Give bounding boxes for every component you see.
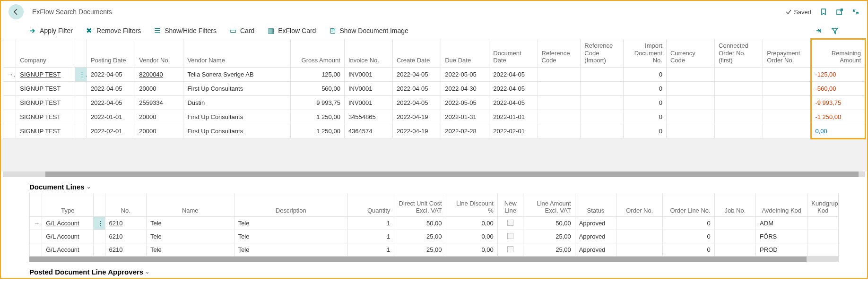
cell-vendorname[interactable]: First Up Consultants: [183, 82, 291, 96]
cell-create[interactable]: 2022-04-05: [393, 68, 441, 82]
cell-orderno[interactable]: [616, 217, 663, 230]
cell-due[interactable]: 2022-02-28: [441, 124, 489, 138]
h-scrollbar[interactable]: [3, 171, 865, 177]
cell-vendorno[interactable]: 8200040: [135, 68, 183, 82]
cell-connorder[interactable]: [715, 110, 763, 124]
col-currency[interactable]: Currency Code: [666, 39, 714, 68]
cell-vendorname[interactable]: First Up Consultants: [183, 124, 291, 138]
col-remaining[interactable]: Remaining Amount: [811, 39, 865, 68]
cell-company[interactable]: SIGNUP TEST: [16, 124, 75, 138]
cell-prepay[interactable]: [763, 96, 811, 110]
lcol-qty[interactable]: Quantity: [348, 193, 394, 217]
cell-impdoc[interactable]: 0: [624, 124, 667, 138]
cell-prepay[interactable]: [763, 124, 811, 138]
cell-refcodeimp[interactable]: [581, 82, 624, 96]
cell-refcode[interactable]: [538, 96, 581, 110]
cell-gross[interactable]: 9 993,75: [291, 96, 345, 110]
cell-remaining[interactable]: -1 250,00: [811, 110, 865, 124]
cell-posting[interactable]: 2022-04-05: [87, 68, 135, 82]
cell-jobno[interactable]: [714, 243, 755, 257]
cell-impdoc[interactable]: 0: [624, 68, 667, 82]
col-vendorno[interactable]: Vendor No.: [135, 39, 183, 68]
cell-company[interactable]: SIGNUP TEST: [16, 110, 75, 124]
col-prepay[interactable]: Prepayment Order No.: [763, 39, 811, 68]
card-button[interactable]: ▭Card: [230, 26, 254, 35]
cell-gross[interactable]: 1 250,00: [291, 110, 345, 124]
cell-remaining[interactable]: -9 993,75: [811, 96, 865, 110]
cell-type[interactable]: G/L Account: [42, 243, 94, 257]
cell-connorder[interactable]: [715, 124, 763, 138]
cell-name[interactable]: Tele: [146, 217, 234, 230]
cell-docdate[interactable]: 2022-04-05: [489, 96, 538, 110]
cell-vendorname[interactable]: Dustin: [183, 96, 291, 110]
popout-icon[interactable]: [836, 8, 843, 16]
table-row[interactable]: →SIGNUP TEST⋮2022-04-058200040Telia Sone…: [3, 68, 865, 82]
cell-kund[interactable]: [807, 217, 839, 230]
cell-refcode[interactable]: [538, 124, 581, 138]
lcol-avd[interactable]: Avdelning Kod: [756, 193, 807, 217]
apply-filter-button[interactable]: ➔Apply Filter: [29, 26, 73, 35]
cell-docdate[interactable]: 2022-04-05: [489, 68, 538, 82]
col-create[interactable]: Create Date: [393, 39, 441, 68]
table-row[interactable]: SIGNUP TEST2022-04-0520000First Up Consu…: [3, 82, 865, 96]
col-posting[interactable]: Posting Date: [87, 39, 135, 68]
cell-impdoc[interactable]: 0: [624, 110, 667, 124]
cell-currency[interactable]: [666, 82, 714, 96]
cell-newline[interactable]: [497, 230, 523, 243]
cell-orderno[interactable]: [616, 230, 663, 243]
cell-due[interactable]: 2022-01-31: [441, 110, 489, 124]
exflow-card-button[interactable]: ▥ExFlow Card: [268, 26, 316, 35]
cell-company[interactable]: SIGNUP TEST: [16, 68, 75, 82]
cell-refcodeimp[interactable]: [581, 124, 624, 138]
scrollbar-thumb[interactable]: [45, 171, 859, 177]
lcol-newline[interactable]: New Line: [497, 193, 523, 217]
cell-status[interactable]: Approved: [575, 243, 616, 257]
cell-disc[interactable]: 0,00: [446, 217, 497, 230]
document-grid[interactable]: Company Posting Date Vendor No. Vendor N…: [3, 39, 865, 138]
cell-currency[interactable]: [666, 124, 714, 138]
col-invoice[interactable]: Invoice No.: [344, 39, 392, 68]
cell-lineamt[interactable]: 25,00: [523, 243, 575, 257]
cell-vendorno[interactable]: 20000: [135, 124, 183, 138]
cell-status[interactable]: Approved: [575, 230, 616, 243]
lcol-orderlineno[interactable]: Order Line No.: [663, 193, 714, 217]
cell-due[interactable]: 2022-05-05: [441, 96, 489, 110]
col-connorder[interactable]: Connected Order No. (first): [715, 39, 763, 68]
lines-scrollbar[interactable]: [29, 257, 839, 262]
cell-vendorname[interactable]: First Up Consultants: [183, 110, 291, 124]
checkbox-icon[interactable]: [507, 246, 513, 252]
cell-refcodeimp[interactable]: [581, 68, 624, 82]
cell-avd[interactable]: FÖRS: [756, 230, 807, 243]
row-menu-button[interactable]: ⋮: [94, 217, 105, 230]
cell-gross[interactable]: 560,00: [291, 82, 345, 96]
cell-prepay[interactable]: [763, 110, 811, 124]
cell-orderlineno[interactable]: 0: [663, 230, 714, 243]
cell-create[interactable]: 2022-04-05: [393, 96, 441, 110]
cell-create[interactable]: 2022-04-19: [393, 124, 441, 138]
cell-jobno[interactable]: [714, 230, 755, 243]
cell-invoice[interactable]: INV0001: [344, 82, 392, 96]
col-gross[interactable]: Gross Amount: [291, 39, 345, 68]
row-menu-button[interactable]: [75, 82, 87, 96]
checkbox-icon[interactable]: [507, 220, 513, 226]
cell-disc[interactable]: 0,00: [446, 243, 497, 257]
cell-type[interactable]: G/L Account: [42, 217, 94, 230]
posted-approvers-header[interactable]: Posted Document Line Approvers ⌄: [29, 268, 839, 276]
cell-vendorno[interactable]: 20000: [135, 110, 183, 124]
cell-no[interactable]: 6210: [105, 230, 146, 243]
cell-vendorname[interactable]: Telia Sonera Sverige AB: [183, 68, 291, 82]
show-image-button[interactable]: 🖹Show Document Image: [329, 27, 408, 35]
cell-remaining[interactable]: -125,00: [811, 68, 865, 82]
row-menu-button[interactable]: [75, 110, 87, 124]
cell-avd[interactable]: ADM: [756, 217, 807, 230]
cell-no[interactable]: 6210: [105, 217, 146, 230]
lcol-unit[interactable]: Direct Unit Cost Excl. VAT: [394, 193, 446, 217]
cell-refcode[interactable]: [538, 82, 581, 96]
share-icon[interactable]: [815, 27, 823, 34]
cell-qty[interactable]: 1: [348, 217, 394, 230]
cell-lineamt[interactable]: 50,00: [523, 217, 575, 230]
filter-icon[interactable]: [831, 27, 839, 34]
lcol-desc[interactable]: Description: [234, 193, 347, 217]
cell-invoice[interactable]: INV0001: [344, 68, 392, 82]
cell-qty[interactable]: 1: [348, 230, 394, 243]
